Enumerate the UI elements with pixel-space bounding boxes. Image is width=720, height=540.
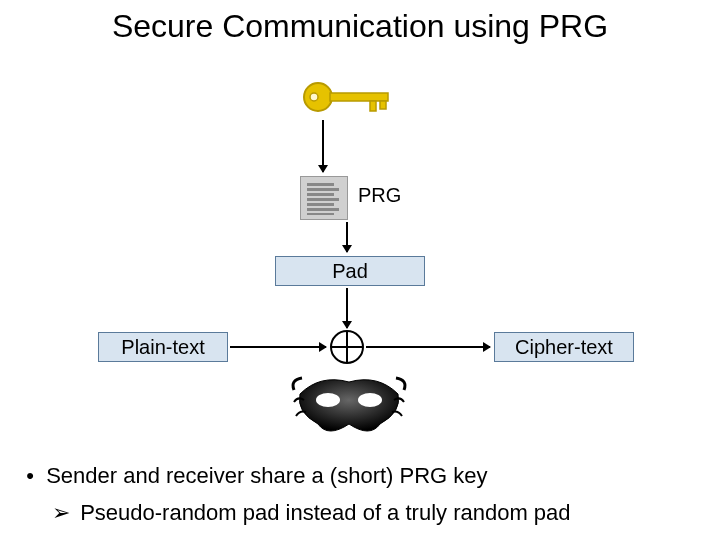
- pad-box: Pad: [275, 256, 425, 286]
- svg-point-1: [310, 93, 318, 101]
- bullet-dot-icon: •: [20, 462, 40, 491]
- slide: Secure Communication using PRG PRG Pad P…: [0, 0, 720, 540]
- sub-bullet-1: ➢ Pseudo-random pad instead of a truly r…: [52, 500, 700, 526]
- arrow-plain-to-xor: [230, 346, 326, 348]
- sub-bullet-1-text: Pseudo-random pad instead of a truly ran…: [80, 500, 570, 525]
- arrow-prg-to-pad: [346, 222, 348, 252]
- bullet-1: • Sender and receiver share a (short) PR…: [20, 462, 700, 491]
- xor-icon: [330, 330, 364, 364]
- plaintext-box: Plain-text: [98, 332, 228, 362]
- svg-rect-4: [380, 101, 386, 109]
- prg-box-icon: [300, 176, 348, 220]
- svg-point-6: [358, 393, 382, 407]
- mask-icon: [290, 372, 408, 442]
- arrowhead-icon: ➢: [52, 500, 74, 526]
- pad-label: Pad: [332, 260, 368, 282]
- svg-point-5: [316, 393, 340, 407]
- svg-rect-2: [330, 93, 388, 101]
- ciphertext-box: Cipher-text: [494, 332, 634, 362]
- svg-rect-3: [370, 101, 376, 111]
- arrow-pad-to-xor: [346, 288, 348, 328]
- key-icon: [300, 76, 400, 118]
- slide-title: Secure Communication using PRG: [0, 8, 720, 45]
- prg-label: PRG: [358, 184, 401, 207]
- arrow-key-to-prg: [322, 120, 324, 172]
- plaintext-label: Plain-text: [121, 336, 204, 358]
- arrow-xor-to-cipher: [366, 346, 490, 348]
- bullet-1-text: Sender and receiver share a (short) PRG …: [46, 463, 487, 488]
- ciphertext-label: Cipher-text: [515, 336, 613, 358]
